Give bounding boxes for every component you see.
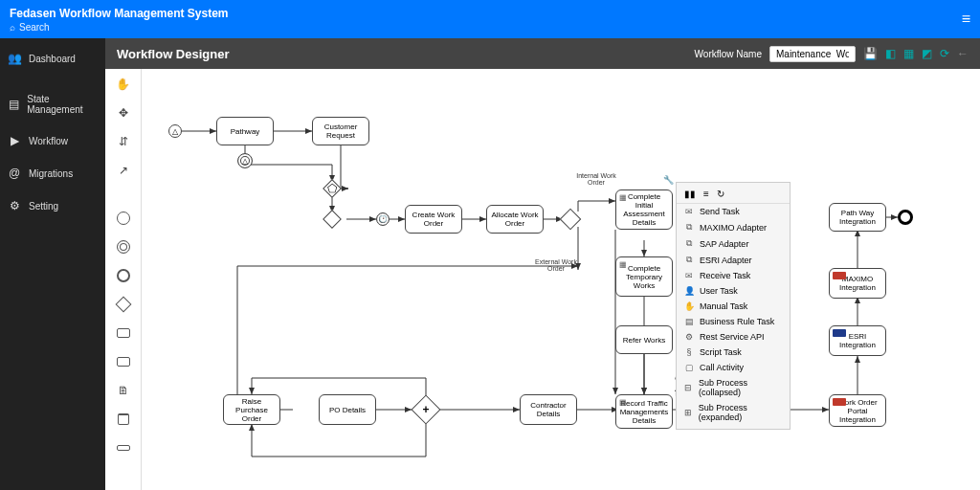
gateway-3[interactable]: +: [411, 394, 440, 424]
designer-header: Workflow Designer Workflow Name 💾 ◧ ▦ ◩ …: [105, 38, 980, 69]
dashboard-icon: 👥: [8, 52, 21, 65]
tool-palette: ✋ ✥ ⇵ ↗ 🗎: [105, 69, 142, 490]
subprocess-icon: ▦: [619, 260, 627, 269]
adapter-icon: ⧉: [684, 222, 694, 233]
back-icon[interactable]: ←: [957, 47, 969, 60]
panel-icon[interactable]: ◧: [885, 47, 896, 60]
document-icon[interactable]: 🗎: [114, 381, 133, 400]
sidebar-item-workflow[interactable]: ▶ Workflow: [0, 124, 105, 157]
save-icon[interactable]: 💾: [863, 47, 878, 60]
table-icon: ▤: [684, 317, 694, 326]
grid-icon[interactable]: ▦: [903, 47, 914, 60]
boundary-event[interactable]: △: [237, 153, 253, 168]
label-internal-wo: Internal Work Order: [572, 172, 620, 186]
red-tag-icon: [833, 398, 846, 406]
node-work-order-portal-integration[interactable]: Work Order Portal Integration: [829, 394, 886, 427]
move-tool-icon[interactable]: ✥: [114, 103, 133, 122]
node-pathway[interactable]: Pathway: [216, 117, 274, 145]
node-complete-initial-assessment[interactable]: ▦Complete Initial Assessment Details: [615, 189, 673, 230]
ctx-script-task[interactable]: §Script Task: [677, 345, 790, 360]
ctx-sap-adapter[interactable]: ⧉SAP Adapter: [677, 235, 790, 252]
lane-icon[interactable]: [114, 438, 133, 457]
node-create-work-order[interactable]: Create Work Order: [405, 205, 462, 234]
node-po-details[interactable]: PO Details: [319, 394, 376, 425]
start-event-icon[interactable]: [114, 209, 133, 228]
script-icon: §: [684, 347, 694, 357]
box-icon: ▢: [684, 363, 694, 372]
node-record-traffic-mgmt[interactable]: ▦Record Traffic Managements Details: [615, 394, 673, 429]
ctx-receive-task[interactable]: ✉Receive Task: [677, 268, 790, 283]
setting-icon: ⚙: [8, 199, 21, 212]
ctx-maximo-adapter[interactable]: ⧉MAXIMO Adapter: [677, 219, 790, 235]
node-complete-temporary-works[interactable]: ▦Complete Temporary Works: [615, 256, 673, 297]
blue-tag-icon: [833, 329, 846, 337]
sidebar-item-setting[interactable]: ⚙ Setting: [0, 189, 105, 222]
expand-icon: ⊞: [684, 408, 693, 417]
workflow-name-input[interactable]: [769, 46, 856, 62]
task-icon[interactable]: [114, 323, 133, 343]
align-tool-icon[interactable]: ⇵: [114, 132, 133, 151]
node-refer-works[interactable]: Refer Works: [615, 325, 673, 354]
user-icon: 👤: [684, 286, 694, 296]
page-title: Workflow Designer: [117, 47, 230, 61]
sidebar-item-dashboard[interactable]: 👥 Dashboard: [0, 38, 105, 84]
migrations-icon: @: [8, 167, 21, 180]
ctx-subprocess-expanded[interactable]: ⊞Sub Process (expanded): [677, 400, 790, 425]
pan-tool-icon[interactable]: ✋: [114, 75, 133, 94]
gateway-icon[interactable]: [114, 295, 133, 314]
ctx-esri-adapter[interactable]: ⧉ESRI Adapter: [677, 252, 790, 268]
gateway-2[interactable]: [560, 209, 582, 231]
subprocess-icon: ▦: [619, 398, 627, 407]
sidebar: 👥 Dashboard ▤ State Management ▶ Workflo…: [0, 38, 105, 490]
timer-event[interactable]: 🕑: [376, 212, 390, 226]
ctx-manual-task[interactable]: ✋Manual Task: [677, 299, 790, 314]
gateway-1[interactable]: ⬠: [323, 179, 342, 198]
search-icon: ⌕: [10, 22, 15, 33]
workflow-canvas[interactable]: △ Pathway Customer Request △ ⬠ 🕑 Create …: [142, 69, 980, 490]
end-event[interactable]: [898, 210, 913, 225]
end-event-icon[interactable]: [114, 266, 133, 285]
search-placeholder: Search: [19, 22, 50, 33]
collapse-icon: ⊟: [684, 383, 693, 392]
context-menu-tabs[interactable]: ▮▮≡↻: [677, 187, 790, 204]
state-icon: ▤: [8, 98, 19, 111]
gateway-loop[interactable]: [323, 210, 342, 229]
workflow-icon: ▶: [8, 134, 21, 147]
node-allocate-work-order[interactable]: Allocate Work Order: [486, 205, 544, 234]
start-event[interactable]: △: [168, 124, 182, 138]
ctx-user-task[interactable]: 👤User Task: [677, 283, 790, 299]
node-pathway-integration[interactable]: Path Way Integration: [829, 203, 886, 232]
ctx-subprocess-collapsed[interactable]: ⊟Sub Process (collapsed): [677, 375, 790, 400]
context-menu: ▮▮≡↻ ✉Send Task ⧉MAXIMO Adapter ⧉SAP Ada…: [676, 182, 791, 430]
app-title: Fedasen Workflow Management System: [10, 7, 229, 20]
mail-icon: ✉: [684, 207, 694, 216]
ctx-call-activity[interactable]: ▢Call Activity: [677, 360, 790, 375]
hand-icon: ✋: [684, 301, 694, 311]
sidebar-item-migrations[interactable]: @ Migrations: [0, 157, 105, 189]
node-raise-purchase-order[interactable]: Raise Purchase Order: [223, 394, 280, 425]
node-maximo-integration[interactable]: MAXIMO Integration: [829, 268, 886, 299]
node-contractor-details[interactable]: Contractor Details: [520, 394, 577, 425]
datastore-icon[interactable]: [114, 410, 133, 429]
gear-icon: ⚙: [684, 332, 694, 342]
menu-icon[interactable]: ≡: [962, 11, 970, 28]
intermediate-event-icon[interactable]: [114, 237, 133, 256]
subprocess-icon[interactable]: [114, 352, 133, 371]
subprocess-icon: ▦: [619, 193, 627, 202]
sidebar-item-state[interactable]: ▤ State Management: [0, 84, 105, 124]
search-container[interactable]: ⌕ Search: [10, 22, 229, 33]
ctx-business-rule-task[interactable]: ▤Business Rule Task: [677, 314, 790, 329]
wrench-icon[interactable]: 🔧: [663, 175, 674, 185]
refresh-icon[interactable]: ⟳: [940, 47, 949, 60]
label-external-wo: External Work Order: [532, 258, 580, 272]
red-tag-icon: [833, 272, 846, 279]
ctx-send-task[interactable]: ✉Send Task: [677, 204, 790, 219]
connect-tool-icon[interactable]: ↗: [114, 161, 133, 180]
node-customer-request[interactable]: Customer Request: [312, 117, 369, 145]
layers-icon[interactable]: ◩: [922, 47, 932, 60]
node-esri-integration[interactable]: ESRI Integration: [829, 325, 886, 356]
ctx-rest-service-api[interactable]: ⚙Rest Service API: [677, 329, 790, 345]
workflow-name-label: Workflow Name: [695, 49, 762, 59]
adapter-icon: ⧉: [684, 255, 694, 265]
inbox-icon: ✉: [684, 271, 694, 280]
